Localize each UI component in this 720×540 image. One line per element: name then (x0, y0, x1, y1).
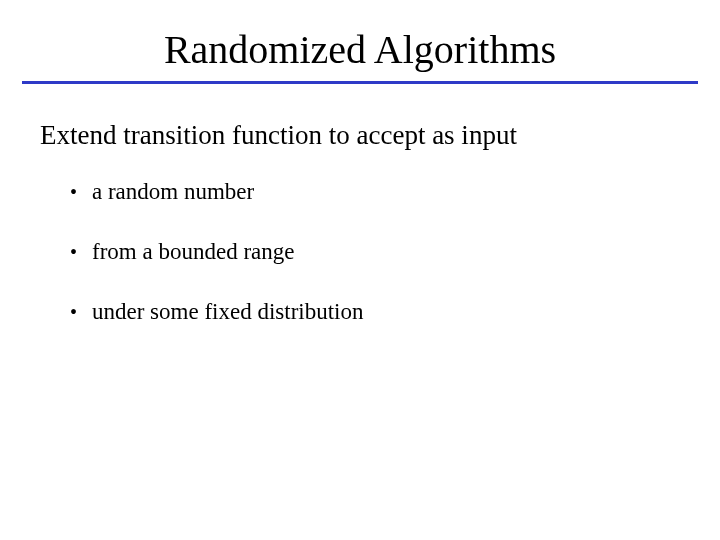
list-item: under some fixed distribution (70, 299, 680, 325)
lead-text: Extend transition function to accept as … (40, 120, 680, 151)
list-item: from a bounded range (70, 239, 680, 265)
slide: Randomized Algorithms Extend transition … (0, 0, 720, 540)
slide-body: Extend transition function to accept as … (0, 84, 720, 325)
slide-title: Randomized Algorithms (0, 0, 720, 81)
bullet-list: a random number from a bounded range und… (70, 179, 680, 325)
list-item: a random number (70, 179, 680, 205)
